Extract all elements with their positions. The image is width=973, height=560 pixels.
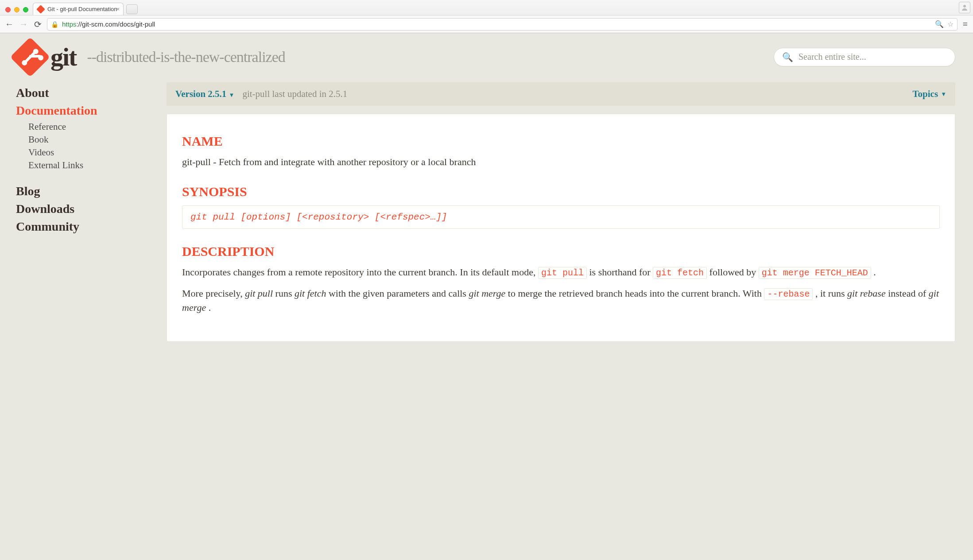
window-controls (4, 7, 33, 15)
zoom-icon[interactable]: 🔍 (935, 20, 944, 28)
heading-name: NAME (182, 134, 940, 149)
heading-description: DESCRIPTION (182, 244, 940, 259)
inline-code-git-pull: git pull (538, 267, 587, 279)
brand: git --distributed-is-the-new-centralized (16, 42, 285, 72)
git-logo-icon[interactable] (10, 37, 50, 77)
search-input[interactable] (799, 52, 947, 62)
name-paragraph: git-pull - Fetch from and integrate with… (182, 155, 940, 169)
window-zoom-button[interactable] (23, 7, 28, 12)
em-git-merge: git merge (469, 288, 505, 299)
menu-button[interactable]: ≡ (962, 19, 969, 29)
topics-dropdown[interactable]: Topics ▼ (913, 89, 946, 100)
caret-down-icon: ▼ (941, 91, 946, 98)
git-favicon-icon (36, 5, 45, 14)
inline-code-git-merge-fetch-head: git merge FETCH_HEAD (759, 267, 871, 279)
synopsis-code: git pull [options] [<repository> [<refsp… (182, 205, 940, 229)
tab-title: Git - git-pull Documentation (47, 6, 117, 12)
sidebar-sublist: Reference Book Videos External Links (28, 121, 149, 171)
wordmark: git (50, 42, 76, 72)
page-body: git --distributed-is-the-new-centralized… (0, 33, 973, 359)
topics-label: Topics (913, 89, 938, 100)
sidebar-subitem-videos[interactable]: Videos (28, 147, 149, 158)
sidebar-item-community[interactable]: Community (16, 220, 149, 234)
tab-close-icon[interactable]: × (116, 6, 120, 12)
window-close-button[interactable] (5, 7, 11, 12)
inline-code-rebase-flag: --rebase (764, 288, 813, 300)
description-paragraph-1: Incorporates changes from a remote repos… (182, 265, 940, 279)
forward-button[interactable]: → (19, 19, 28, 29)
em-git-pull: git pull (245, 288, 273, 299)
tagline: --distributed-is-the-new-centralized (87, 49, 285, 66)
sidebar-subitem-book[interactable]: Book (28, 134, 149, 145)
main-content: Version 2.5.1 ▼ git-pull last updated in… (167, 82, 955, 342)
window-minimize-button[interactable] (14, 7, 19, 12)
new-tab-button[interactable] (126, 4, 138, 14)
browser-toolbar: ← → ⟳ 🔒 https://git-scm.com/docs/git-pul… (0, 15, 973, 33)
em-git-rebase: git rebase (847, 288, 886, 299)
omnibox-actions: 🔍 ☆ (935, 20, 954, 28)
url-scheme: https (62, 20, 77, 28)
search-icon: 🔍 (782, 52, 793, 62)
last-updated-text: git-pull last updated in 2.5.1 (242, 89, 347, 100)
description-paragraph-2: More precisely, git pull runs git fetch … (182, 286, 940, 315)
heading-synopsis: SYNOPSIS (182, 184, 940, 199)
reload-button[interactable]: ⟳ (33, 19, 43, 30)
address-bar[interactable]: 🔒 https://git-scm.com/docs/git-pull 🔍 ☆ (47, 18, 957, 31)
profile-button[interactable] (959, 2, 970, 13)
site-search[interactable]: 🔍 (774, 48, 955, 66)
sidebar-subitem-reference[interactable]: Reference (28, 121, 149, 132)
sidebar-item-blog[interactable]: Blog (16, 184, 149, 198)
lock-icon: 🔒 (51, 21, 58, 28)
sidebar-item-documentation[interactable]: Documentation (16, 104, 149, 118)
sidebar-subitem-external-links[interactable]: External Links (28, 160, 149, 171)
doc-meta-bar: Version 2.5.1 ▼ git-pull last updated in… (167, 82, 955, 106)
version-dropdown[interactable]: Version 2.5.1 ▼ (175, 89, 234, 100)
inline-code-git-fetch: git fetch (653, 267, 707, 279)
version-label: Version 2.5.1 (175, 89, 226, 99)
browser-chrome: Git - git-pull Documentation × ← → ⟳ 🔒 h… (0, 0, 973, 33)
person-icon (961, 4, 968, 11)
sidebar-nav: About Documentation Reference Book Video… (16, 82, 149, 342)
browser-tab[interactable]: Git - git-pull Documentation × (33, 3, 124, 15)
doc-article: NAME git-pull - Fetch from and integrate… (167, 114, 955, 342)
caret-down-icon: ▼ (229, 92, 235, 98)
tab-strip: Git - git-pull Documentation × (0, 0, 973, 15)
svg-point-0 (963, 5, 966, 8)
url-text: https://git-scm.com/docs/git-pull (62, 20, 155, 28)
bookmark-star-icon[interactable]: ☆ (947, 20, 954, 28)
sidebar-item-about[interactable]: About (16, 86, 149, 100)
back-button[interactable]: ← (4, 19, 14, 29)
site-header: git --distributed-is-the-new-centralized… (16, 42, 955, 72)
em-git-fetch: git fetch (295, 288, 326, 299)
sidebar-item-downloads[interactable]: Downloads (16, 202, 149, 216)
url-path: ://git-scm.com/docs/git-pull (77, 20, 155, 28)
